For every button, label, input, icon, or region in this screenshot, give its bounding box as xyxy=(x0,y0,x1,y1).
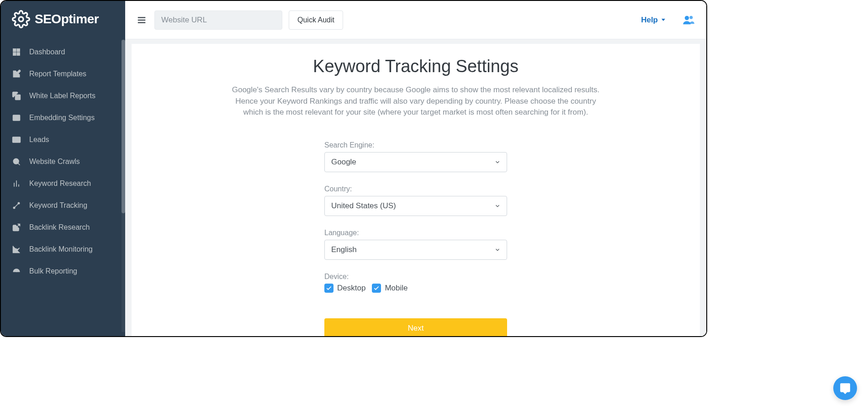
svg-rect-2 xyxy=(17,49,20,52)
svg-rect-3 xyxy=(13,53,16,56)
country-label: Country: xyxy=(324,185,507,193)
chart-line-icon xyxy=(12,245,21,254)
svg-line-16 xyxy=(15,204,18,207)
desktop-label: Desktop xyxy=(337,284,365,293)
device-label: Device: xyxy=(324,273,507,281)
sidebar-item-keyword-tracking[interactable]: Keyword Tracking xyxy=(1,195,125,216)
sidebar: SEOptimer Dashboard Report Templates Whi… xyxy=(1,1,125,336)
sidebar-item-label: Keyword Research xyxy=(29,179,91,188)
mobile-label: Mobile xyxy=(385,284,408,293)
chevron-down-icon xyxy=(662,19,665,21)
svg-point-14 xyxy=(13,207,15,208)
content-area: Keyword Tracking Settings Google's Searc… xyxy=(125,39,706,336)
svg-point-9 xyxy=(13,158,19,164)
svg-line-10 xyxy=(18,163,20,165)
svg-rect-5 xyxy=(16,95,21,100)
sidebar-item-label: White Label Reports xyxy=(29,92,95,100)
desktop-checkbox[interactable] xyxy=(324,284,333,293)
search-engine-select[interactable]: Google xyxy=(324,152,507,172)
search-engine-label: Search Engine: xyxy=(324,141,507,149)
svg-point-22 xyxy=(685,16,689,20)
language-label: Language: xyxy=(324,229,507,237)
brand-name: SEOptimer xyxy=(35,12,99,26)
country-select[interactable]: United States (US) xyxy=(324,196,507,216)
sidebar-item-label: Report Templates xyxy=(29,70,86,78)
sidebar-item-leads[interactable]: Leads xyxy=(1,129,125,151)
sidebar-item-label: Dashboard xyxy=(29,48,65,56)
copy-icon xyxy=(12,91,21,100)
help-dropdown[interactable]: Help xyxy=(641,16,665,25)
page-title: Keyword Tracking Settings xyxy=(150,57,682,76)
sidebar-item-label: Backlink Monitoring xyxy=(29,245,93,253)
gear-icon xyxy=(12,10,30,28)
next-button[interactable]: Next xyxy=(324,318,507,336)
sidebar-item-keyword-research[interactable]: Keyword Research xyxy=(1,173,125,195)
svg-point-0 xyxy=(19,17,23,21)
mail-icon xyxy=(12,135,21,144)
edit-icon xyxy=(12,69,21,79)
gauge-icon xyxy=(12,267,21,276)
device-options: Desktop Mobile xyxy=(324,284,507,293)
quick-audit-button[interactable]: Quick Audit xyxy=(289,11,343,30)
svg-point-23 xyxy=(689,16,693,19)
sidebar-item-dashboard[interactable]: Dashboard xyxy=(1,41,125,63)
sidebar-scrollbar-thumb[interactable] xyxy=(122,40,125,213)
sidebar-item-crawls[interactable]: Website Crawls xyxy=(1,151,125,173)
sidebar-item-label: Website Crawls xyxy=(29,158,80,166)
sidebar-item-backlink-research[interactable]: Backlink Research xyxy=(1,216,125,238)
website-url-input[interactable] xyxy=(154,11,282,30)
users-icon[interactable] xyxy=(681,14,696,26)
language-select[interactable]: English xyxy=(324,240,507,260)
sidebar-item-label: Embedding Settings xyxy=(29,114,95,122)
nav-list: Dashboard Report Templates White Label R… xyxy=(1,41,125,282)
embed-icon xyxy=(12,113,21,122)
page-description: Google's Search Results vary by country … xyxy=(228,84,603,118)
sidebar-item-report-templates[interactable]: Report Templates xyxy=(1,63,125,85)
search-icon xyxy=(12,157,21,166)
check-icon xyxy=(326,285,332,291)
sidebar-item-label: Backlink Research xyxy=(29,223,90,232)
svg-rect-1 xyxy=(13,49,16,52)
svg-point-15 xyxy=(18,202,19,204)
tracking-form: Search Engine: Google Country: United St… xyxy=(324,141,507,336)
trend-icon xyxy=(12,201,21,210)
bar-chart-icon xyxy=(12,179,21,188)
sidebar-item-backlink-monitoring[interactable]: Backlink Monitoring xyxy=(1,238,125,260)
sidebar-item-label: Leads xyxy=(29,136,49,144)
menu-icon[interactable] xyxy=(135,15,148,25)
check-icon xyxy=(373,285,380,291)
svg-rect-4 xyxy=(17,53,20,56)
sidebar-item-bulk-reporting[interactable]: Bulk Reporting xyxy=(1,260,125,282)
sidebar-scrollbar[interactable] xyxy=(122,40,125,332)
sidebar-item-label: Keyword Tracking xyxy=(29,201,87,210)
topbar: Quick Audit Help xyxy=(125,1,706,39)
sidebar-item-embedding[interactable]: Embedding Settings xyxy=(1,107,125,129)
help-label: Help xyxy=(641,16,658,25)
brand-logo[interactable]: SEOptimer xyxy=(1,1,125,41)
dashboard-icon xyxy=(12,47,21,57)
sidebar-item-white-label[interactable]: White Label Reports xyxy=(1,85,125,107)
sidebar-item-label: Bulk Reporting xyxy=(29,267,77,275)
main-area: Quick Audit Help Keyword Tracking Settin… xyxy=(125,1,706,336)
mobile-checkbox[interactable] xyxy=(372,284,381,293)
external-link-icon xyxy=(12,223,21,232)
settings-panel: Keyword Tracking Settings Google's Searc… xyxy=(132,44,700,336)
